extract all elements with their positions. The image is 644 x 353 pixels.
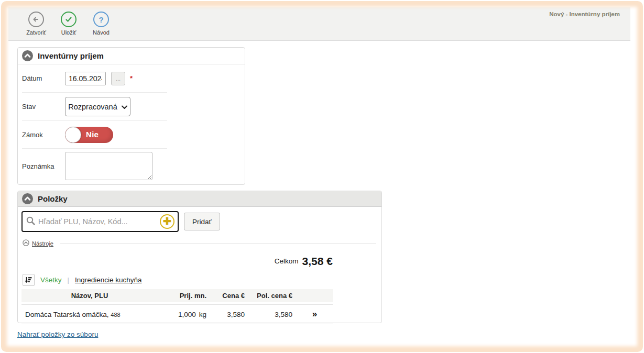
- add-item-button[interactable]: Pridať: [184, 213, 220, 230]
- upload-items-link[interactable]: Nahrať položky zo súboru: [17, 330, 98, 338]
- note-textarea[interactable]: [65, 152, 152, 180]
- header-received-qty: Prij. mn.: [158, 292, 208, 300]
- save-button[interactable]: Uložiť: [53, 12, 84, 36]
- tools-divider: [60, 244, 376, 244]
- category-filter-row: Všetky | Ingrediencie kuchyňa: [21, 274, 378, 286]
- app-window: Zatvoriť Uložiť ? Návod Nový - Inventúrn…: [0, 0, 644, 353]
- total-row: Celkom3,58 €: [21, 255, 333, 269]
- date-input[interactable]: [65, 72, 106, 85]
- item-plu: 488: [111, 312, 120, 318]
- item-qty-cell: 1,000kg: [158, 311, 208, 318]
- quick-add-plus-icon[interactable]: ✚: [160, 214, 174, 229]
- header-price: Cena €: [208, 292, 247, 300]
- expand-row-icon[interactable]: »: [312, 309, 317, 319]
- lock-row: Zámok Nie: [22, 121, 167, 149]
- question-mark-icon: ?: [93, 12, 109, 27]
- lock-label: Zámok: [22, 131, 65, 139]
- items-table-header: Názov, PLU Prij. mn. Cena € Pol. cena €: [21, 289, 333, 302]
- items-table: Názov, PLU Prij. mn. Cena € Pol. cena € …: [21, 289, 333, 324]
- status-select-value: Rozpracovaná: [68, 103, 117, 111]
- close-button[interactable]: Zatvoriť: [21, 12, 51, 36]
- filter-category-link[interactable]: Ingrediencie kuchyňa: [75, 276, 142, 284]
- toggle-knob: [65, 127, 81, 143]
- table-row[interactable]: Domáca Tatarská omáčka, 488 1,000kg 3,58…: [21, 304, 333, 324]
- item-name: Domáca Tatarská omáčka,: [25, 311, 109, 318]
- guide-button-label: Návod: [93, 29, 110, 36]
- total-label: Celkom: [275, 257, 299, 265]
- receipt-panel-header: Inventúrny príjem: [18, 48, 245, 64]
- date-picker-button[interactable]: ...: [111, 72, 125, 85]
- sort-descending-icon: [25, 276, 32, 284]
- total-value: 3,58 €: [302, 255, 333, 267]
- filter-separator: |: [68, 276, 69, 284]
- item-search-input[interactable]: [38, 217, 157, 226]
- note-row: Poznámka: [22, 149, 179, 183]
- tools-link[interactable]: Nástroje: [32, 240, 53, 247]
- toolbar: Zatvoriť Uložiť ? Návod Nový - Inventúrn…: [8, 7, 630, 41]
- items-panel-header: Položky: [18, 191, 381, 207]
- status-select[interactable]: Rozpracovaná: [65, 97, 130, 116]
- receipt-panel: Inventúrny príjem Dátum ... * Stav Rozpr…: [17, 47, 245, 185]
- required-asterisk: *: [130, 74, 133, 82]
- item-unit: kg: [199, 311, 206, 318]
- sort-button[interactable]: [23, 274, 35, 286]
- items-panel-body: ✚ Pridať Nástroje Celkom3,58 €: [18, 211, 381, 324]
- header-name-plu: Názov, PLU: [21, 292, 158, 300]
- item-search-box: ✚: [21, 211, 179, 232]
- collapse-chevron-up-icon[interactable]: [22, 50, 33, 61]
- date-label: Dátum: [22, 74, 65, 82]
- search-icon: [26, 216, 36, 228]
- note-label: Poznámka: [22, 162, 65, 170]
- collapse-chevron-up-icon[interactable]: [22, 193, 33, 204]
- receipt-form: Dátum ... * Stav Rozpracovaná Zámok Ni: [18, 64, 245, 183]
- item-qty: 1,000: [178, 311, 196, 318]
- items-panel-title: Položky: [38, 194, 68, 203]
- back-arrow-icon: [28, 12, 44, 27]
- item-name-cell: Domáca Tatarská omáčka, 488: [21, 311, 158, 318]
- status-label: Stav: [22, 103, 65, 111]
- tools-row: Nástroje: [21, 239, 378, 248]
- lock-toggle-value: Nie: [86, 130, 99, 139]
- save-button-label: Uložiť: [61, 29, 77, 36]
- lock-toggle[interactable]: Nie: [65, 127, 113, 143]
- page-title: Nový - Inventúrny príjem: [549, 11, 620, 17]
- receipt-panel-title: Inventúrny príjem: [38, 51, 104, 60]
- chevron-down-icon: [122, 103, 127, 111]
- filter-all-link[interactable]: Všetky: [40, 276, 62, 284]
- item-price-cell: 3,580: [208, 311, 247, 318]
- checkmark-icon: [61, 12, 77, 27]
- items-panel: Položky ✚ Pridať Nástroje: [17, 191, 382, 323]
- tools-chevron-up-icon[interactable]: [23, 239, 29, 248]
- close-button-label: Zatvoriť: [26, 29, 46, 36]
- header-item-price: Pol. cena €: [247, 292, 297, 300]
- guide-button[interactable]: ? Návod: [86, 12, 116, 36]
- item-total-price-cell: 3,580: [247, 311, 297, 318]
- date-row: Dátum ... *: [22, 64, 167, 93]
- toolbar-buttons: Zatvoriť Uložiť ? Návod: [21, 12, 116, 36]
- status-row: Stav Rozpracovaná: [22, 93, 167, 121]
- item-expand-cell: »: [297, 309, 333, 319]
- item-search-row: ✚ Pridať: [21, 211, 378, 232]
